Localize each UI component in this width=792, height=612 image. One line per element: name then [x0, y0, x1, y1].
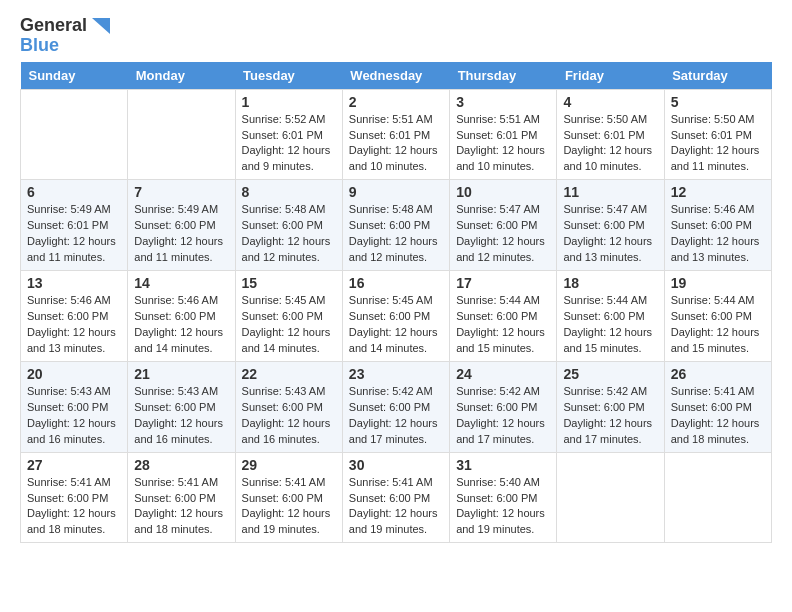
day-number: 31 — [456, 457, 550, 473]
day-number: 22 — [242, 366, 336, 382]
day-number: 5 — [671, 94, 765, 110]
day-info: Sunrise: 5:51 AMSunset: 6:01 PMDaylight:… — [349, 112, 443, 176]
day-number: 3 — [456, 94, 550, 110]
calendar-week-3: 13Sunrise: 5:46 AMSunset: 6:00 PMDayligh… — [21, 271, 772, 362]
day-number: 28 — [134, 457, 228, 473]
calendar-cell: 16Sunrise: 5:45 AMSunset: 6:00 PMDayligh… — [342, 271, 449, 362]
day-number: 1 — [242, 94, 336, 110]
day-info: Sunrise: 5:46 AMSunset: 6:00 PMDaylight:… — [671, 202, 765, 266]
calendar-cell: 6Sunrise: 5:49 AMSunset: 6:01 PMDaylight… — [21, 180, 128, 271]
day-info: Sunrise: 5:42 AMSunset: 6:00 PMDaylight:… — [456, 384, 550, 448]
day-info: Sunrise: 5:48 AMSunset: 6:00 PMDaylight:… — [349, 202, 443, 266]
calendar-cell: 13Sunrise: 5:46 AMSunset: 6:00 PMDayligh… — [21, 271, 128, 362]
calendar-cell: 1Sunrise: 5:52 AMSunset: 6:01 PMDaylight… — [235, 89, 342, 180]
day-info: Sunrise: 5:43 AMSunset: 6:00 PMDaylight:… — [27, 384, 121, 448]
calendar-cell: 20Sunrise: 5:43 AMSunset: 6:00 PMDayligh… — [21, 361, 128, 452]
calendar-cell: 14Sunrise: 5:46 AMSunset: 6:00 PMDayligh… — [128, 271, 235, 362]
calendar-cell — [557, 452, 664, 543]
day-info: Sunrise: 5:47 AMSunset: 6:00 PMDaylight:… — [563, 202, 657, 266]
calendar-cell: 26Sunrise: 5:41 AMSunset: 6:00 PMDayligh… — [664, 361, 771, 452]
weekday-header-row: SundayMondayTuesdayWednesdayThursdayFrid… — [21, 62, 772, 90]
day-number: 27 — [27, 457, 121, 473]
calendar-cell — [128, 89, 235, 180]
calendar-week-2: 6Sunrise: 5:49 AMSunset: 6:01 PMDaylight… — [21, 180, 772, 271]
day-number: 25 — [563, 366, 657, 382]
weekday-header-sunday: Sunday — [21, 62, 128, 90]
calendar-cell: 21Sunrise: 5:43 AMSunset: 6:00 PMDayligh… — [128, 361, 235, 452]
calendar-cell: 15Sunrise: 5:45 AMSunset: 6:00 PMDayligh… — [235, 271, 342, 362]
day-info: Sunrise: 5:43 AMSunset: 6:00 PMDaylight:… — [242, 384, 336, 448]
day-info: Sunrise: 5:40 AMSunset: 6:00 PMDaylight:… — [456, 475, 550, 539]
calendar-cell: 11Sunrise: 5:47 AMSunset: 6:00 PMDayligh… — [557, 180, 664, 271]
page-header: General Blue — [20, 16, 772, 56]
calendar-cell — [664, 452, 771, 543]
day-info: Sunrise: 5:45 AMSunset: 6:00 PMDaylight:… — [242, 293, 336, 357]
day-info: Sunrise: 5:48 AMSunset: 6:00 PMDaylight:… — [242, 202, 336, 266]
calendar-week-1: 1Sunrise: 5:52 AMSunset: 6:01 PMDaylight… — [21, 89, 772, 180]
calendar-cell: 12Sunrise: 5:46 AMSunset: 6:00 PMDayligh… — [664, 180, 771, 271]
day-number: 16 — [349, 275, 443, 291]
day-info: Sunrise: 5:49 AMSunset: 6:00 PMDaylight:… — [134, 202, 228, 266]
day-number: 7 — [134, 184, 228, 200]
day-info: Sunrise: 5:46 AMSunset: 6:00 PMDaylight:… — [27, 293, 121, 357]
day-number: 12 — [671, 184, 765, 200]
calendar-cell: 9Sunrise: 5:48 AMSunset: 6:00 PMDaylight… — [342, 180, 449, 271]
calendar-week-4: 20Sunrise: 5:43 AMSunset: 6:00 PMDayligh… — [21, 361, 772, 452]
day-number: 20 — [27, 366, 121, 382]
day-info: Sunrise: 5:44 AMSunset: 6:00 PMDaylight:… — [456, 293, 550, 357]
weekday-header-saturday: Saturday — [664, 62, 771, 90]
calendar-cell: 17Sunrise: 5:44 AMSunset: 6:00 PMDayligh… — [450, 271, 557, 362]
day-number: 23 — [349, 366, 443, 382]
calendar-cell: 19Sunrise: 5:44 AMSunset: 6:00 PMDayligh… — [664, 271, 771, 362]
day-info: Sunrise: 5:41 AMSunset: 6:00 PMDaylight:… — [242, 475, 336, 539]
day-number: 14 — [134, 275, 228, 291]
day-info: Sunrise: 5:49 AMSunset: 6:01 PMDaylight:… — [27, 202, 121, 266]
day-number: 6 — [27, 184, 121, 200]
day-info: Sunrise: 5:47 AMSunset: 6:00 PMDaylight:… — [456, 202, 550, 266]
day-number: 24 — [456, 366, 550, 382]
day-number: 15 — [242, 275, 336, 291]
day-info: Sunrise: 5:46 AMSunset: 6:00 PMDaylight:… — [134, 293, 228, 357]
weekday-header-friday: Friday — [557, 62, 664, 90]
calendar-cell: 3Sunrise: 5:51 AMSunset: 6:01 PMDaylight… — [450, 89, 557, 180]
calendar-cell: 5Sunrise: 5:50 AMSunset: 6:01 PMDaylight… — [664, 89, 771, 180]
day-info: Sunrise: 5:51 AMSunset: 6:01 PMDaylight:… — [456, 112, 550, 176]
calendar-cell: 31Sunrise: 5:40 AMSunset: 6:00 PMDayligh… — [450, 452, 557, 543]
calendar-cell: 8Sunrise: 5:48 AMSunset: 6:00 PMDaylight… — [235, 180, 342, 271]
day-number: 19 — [671, 275, 765, 291]
day-info: Sunrise: 5:50 AMSunset: 6:01 PMDaylight:… — [671, 112, 765, 176]
day-number: 18 — [563, 275, 657, 291]
day-number: 21 — [134, 366, 228, 382]
logo-text: General Blue — [20, 16, 110, 56]
weekday-header-wednesday: Wednesday — [342, 62, 449, 90]
day-number: 4 — [563, 94, 657, 110]
day-number: 13 — [27, 275, 121, 291]
day-info: Sunrise: 5:41 AMSunset: 6:00 PMDaylight:… — [671, 384, 765, 448]
day-info: Sunrise: 5:50 AMSunset: 6:01 PMDaylight:… — [563, 112, 657, 176]
day-number: 11 — [563, 184, 657, 200]
svg-marker-0 — [92, 18, 110, 34]
calendar-cell: 10Sunrise: 5:47 AMSunset: 6:00 PMDayligh… — [450, 180, 557, 271]
day-info: Sunrise: 5:43 AMSunset: 6:00 PMDaylight:… — [134, 384, 228, 448]
day-info: Sunrise: 5:41 AMSunset: 6:00 PMDaylight:… — [134, 475, 228, 539]
calendar-cell: 2Sunrise: 5:51 AMSunset: 6:01 PMDaylight… — [342, 89, 449, 180]
day-info: Sunrise: 5:42 AMSunset: 6:00 PMDaylight:… — [349, 384, 443, 448]
day-number: 17 — [456, 275, 550, 291]
day-info: Sunrise: 5:42 AMSunset: 6:00 PMDaylight:… — [563, 384, 657, 448]
calendar-cell: 22Sunrise: 5:43 AMSunset: 6:00 PMDayligh… — [235, 361, 342, 452]
day-number: 26 — [671, 366, 765, 382]
calendar-week-5: 27Sunrise: 5:41 AMSunset: 6:00 PMDayligh… — [21, 452, 772, 543]
calendar-cell: 24Sunrise: 5:42 AMSunset: 6:00 PMDayligh… — [450, 361, 557, 452]
day-info: Sunrise: 5:44 AMSunset: 6:00 PMDaylight:… — [563, 293, 657, 357]
weekday-header-thursday: Thursday — [450, 62, 557, 90]
day-info: Sunrise: 5:45 AMSunset: 6:00 PMDaylight:… — [349, 293, 443, 357]
day-number: 29 — [242, 457, 336, 473]
calendar-cell: 7Sunrise: 5:49 AMSunset: 6:00 PMDaylight… — [128, 180, 235, 271]
day-number: 30 — [349, 457, 443, 473]
day-info: Sunrise: 5:52 AMSunset: 6:01 PMDaylight:… — [242, 112, 336, 176]
day-number: 2 — [349, 94, 443, 110]
day-number: 8 — [242, 184, 336, 200]
calendar-cell: 27Sunrise: 5:41 AMSunset: 6:00 PMDayligh… — [21, 452, 128, 543]
calendar-cell: 30Sunrise: 5:41 AMSunset: 6:00 PMDayligh… — [342, 452, 449, 543]
calendar-table: SundayMondayTuesdayWednesdayThursdayFrid… — [20, 62, 772, 544]
